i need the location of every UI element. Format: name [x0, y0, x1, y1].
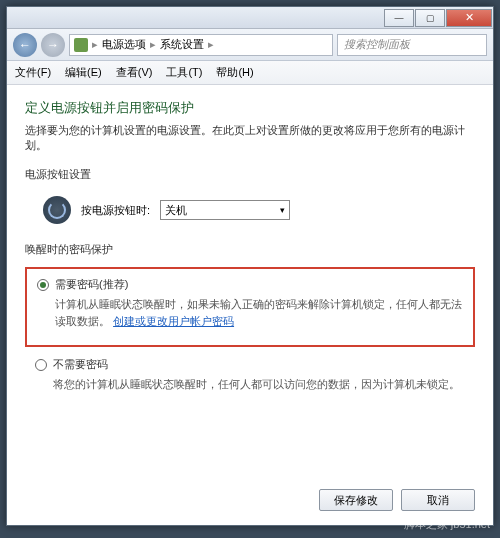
- content: 定义电源按钮并启用密码保护 选择要为您的计算机设置的电源设置。在此页上对设置所做…: [7, 85, 493, 415]
- search-input[interactable]: 搜索控制面板: [337, 34, 487, 56]
- highlight-box: 需要密码(推荐) 计算机从睡眠状态唤醒时，如果未输入正确的密码来解除计算机锁定，…: [25, 267, 475, 347]
- forward-button: →: [41, 33, 65, 57]
- menu-edit[interactable]: 编辑(E): [65, 65, 102, 80]
- titlebar: — ▢ ✕: [7, 7, 493, 29]
- power-button-label: 按电源按钮时:: [81, 203, 150, 218]
- back-button[interactable]: ←: [13, 33, 37, 57]
- page-title: 定义电源按钮并启用密码保护: [25, 99, 475, 117]
- menu-view[interactable]: 查看(V): [116, 65, 153, 80]
- radio-icon[interactable]: [37, 279, 49, 291]
- option-no-password[interactable]: 不需要密码: [25, 357, 475, 372]
- footer-buttons: 保存修改 取消: [319, 489, 475, 511]
- nav-row: ← → ▸ 电源选项 ▸ 系统设置 ▸ 搜索控制面板: [7, 29, 493, 61]
- section-password: 唤醒时的密码保护: [25, 242, 475, 257]
- power-button-dropdown[interactable]: 关机: [160, 200, 290, 220]
- page-description: 选择要为您的计算机设置的电源设置。在此页上对设置所做的更改将应用于您所有的电源计…: [25, 123, 475, 153]
- menu-file[interactable]: 文件(F): [15, 65, 51, 80]
- option-title: 不需要密码: [53, 357, 108, 372]
- section-power-button: 电源按钮设置: [25, 167, 475, 182]
- breadcrumb-item[interactable]: 系统设置: [160, 37, 204, 52]
- menubar: 文件(F) 编辑(E) 查看(V) 工具(T) 帮助(H): [7, 61, 493, 85]
- control-panel-icon: [74, 38, 88, 52]
- breadcrumb-sep: ▸: [150, 38, 156, 51]
- create-password-link[interactable]: 创建或更改用户帐户密码: [113, 315, 234, 327]
- breadcrumb-sep: ▸: [92, 38, 98, 51]
- option-description: 将您的计算机从睡眠状态唤醒时，任何人都可以访问您的数据，因为计算机未锁定。: [43, 376, 475, 393]
- option-require-password[interactable]: 需要密码(推荐): [37, 277, 463, 292]
- power-icon: [43, 196, 71, 224]
- save-button[interactable]: 保存修改: [319, 489, 393, 511]
- radio-icon[interactable]: [35, 359, 47, 371]
- window: — ▢ ✕ ← → ▸ 电源选项 ▸ 系统设置 ▸ 搜索控制面板 文件(F) 编…: [6, 6, 494, 526]
- maximize-button[interactable]: ▢: [415, 9, 445, 27]
- power-button-row: 按电源按钮时: 关机: [25, 192, 475, 242]
- breadcrumb-item[interactable]: 电源选项: [102, 37, 146, 52]
- cancel-button[interactable]: 取消: [401, 489, 475, 511]
- option-title: 需要密码(推荐): [55, 277, 128, 292]
- option-description: 计算机从睡眠状态唤醒时，如果未输入正确的密码来解除计算机锁定，任何人都无法读取数…: [55, 296, 463, 329]
- close-button[interactable]: ✕: [446, 9, 492, 27]
- breadcrumb[interactable]: ▸ 电源选项 ▸ 系统设置 ▸: [69, 34, 333, 56]
- minimize-button[interactable]: —: [384, 9, 414, 27]
- menu-tools[interactable]: 工具(T): [166, 65, 202, 80]
- menu-help[interactable]: 帮助(H): [216, 65, 253, 80]
- breadcrumb-sep: ▸: [208, 38, 214, 51]
